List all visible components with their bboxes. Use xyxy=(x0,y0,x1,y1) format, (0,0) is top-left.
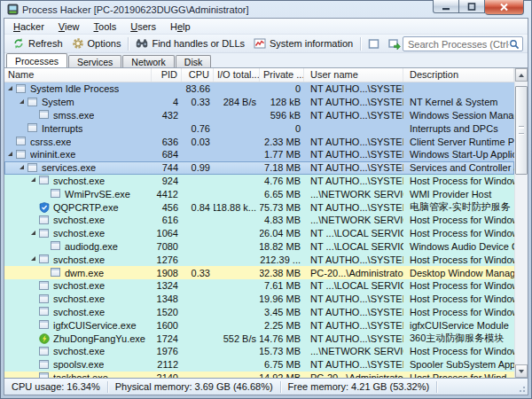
process-user-name: NT AUTHO...\SYSTEM xyxy=(304,358,403,372)
process-cpu xyxy=(182,253,214,266)
process-row-interrupts[interactable]: Interrupts0.760Interrupts and DPCs xyxy=(4,121,514,135)
process-row-wmiprvse-exe[interactable]: WmiPrvSE.exe44126.65 MB...\NETWORK SERVI… xyxy=(4,187,514,200)
process-row-wininit-exe[interactable]: wininit.exe6841.77 MBNT AUTHO...\SYSTEMW… xyxy=(4,148,514,161)
vertical-scrollbar[interactable] xyxy=(514,68,528,378)
process-row-svchost-exe[interactable]: svchost.exe197615.73 MB...\NETWORK SERVI… xyxy=(4,345,514,358)
process-row-igfxcuiservice-exe[interactable]: igfxCUIService.exe16002.25 MBNT AUTHO...… xyxy=(4,318,514,332)
process-io-total xyxy=(214,82,260,96)
toolbar-separator xyxy=(360,37,361,51)
tree-expander-icon[interactable] xyxy=(8,86,12,90)
process-user-name: NT AUTHO...\SYSTEM xyxy=(304,318,403,332)
process-name-cell: svchost.exe xyxy=(4,293,152,306)
process-row-csrss-exe[interactable]: csrss.exe6360.032.33 MBNT AUTHO...\SYSTE… xyxy=(4,135,514,148)
process-name: WmiPrvSE.exe xyxy=(65,189,130,200)
menu-hacker[interactable]: Hacker xyxy=(6,20,51,34)
process-name: System xyxy=(42,97,74,107)
find-handles-or-dlls-button[interactable]: Find handles or DLLs xyxy=(131,36,249,51)
process-row-svchost-exe[interactable]: svchost.exe13247.61 MBNT ...\LOCAL SERVI… xyxy=(4,279,514,293)
column-header-description[interactable]: Description xyxy=(403,68,514,82)
tab-network[interactable]: Network xyxy=(122,55,175,67)
status-cpu-usage: CPU usage: 16.34% xyxy=(4,381,108,393)
tree-expander-icon[interactable] xyxy=(31,256,35,261)
column-header-name[interactable]: Name xyxy=(4,68,152,82)
process-row-audiodg-exe[interactable]: audiodg.exe708018.82 MBNT ...\LOCAL SERV… xyxy=(4,240,514,254)
process-pid xyxy=(152,121,182,135)
resize-grip[interactable] xyxy=(516,383,527,394)
minimize-button[interactable] xyxy=(433,0,459,13)
options-button[interactable]: Options xyxy=(67,36,126,51)
process-cpu xyxy=(182,109,214,122)
search-input[interactable] xyxy=(408,39,509,50)
application-icon xyxy=(27,123,38,133)
process-row-system-idle-process[interactable]: System Idle Process83.660NT AUTHO...\SYS… xyxy=(4,82,514,96)
process-cpu xyxy=(182,214,214,227)
menu-help[interactable]: Help xyxy=(163,20,198,34)
arrow-up-icon xyxy=(519,74,524,77)
process-name-cell: audiodg.exe xyxy=(4,240,152,254)
column-header-cpu[interactable]: CPU xyxy=(182,68,214,82)
process-description: Host Process for Windows ... xyxy=(403,306,514,319)
window-arrow-icon xyxy=(388,38,401,50)
process-user-name: NT ...\LOCAL SERVICE xyxy=(304,279,403,293)
window-button[interactable] xyxy=(364,37,384,51)
process-description: Client Server Runtime Proc... xyxy=(403,135,514,148)
menu-users[interactable]: Users xyxy=(123,20,163,34)
process-row-smss-exe[interactable]: smss.exe432596 kBNT AUTHO...\SYSTEMWindo… xyxy=(4,109,514,122)
process-name-cell: svchost.exe xyxy=(4,306,152,319)
process-description: WMI Provider Host xyxy=(403,187,514,200)
process-row-qqpcrtp-exe[interactable]: QQPCRTP.exe4560.84118.88 k...75.73 MBNT … xyxy=(4,200,514,214)
column-header-i-o-total[interactable]: I/O total... xyxy=(214,68,260,82)
system-information-button[interactable]: System information xyxy=(249,36,357,51)
process-row-taskhost-exe[interactable]: taskhost.exe214014.92 MBPC-20...\Adminis… xyxy=(4,372,514,378)
application-icon xyxy=(39,215,50,225)
process-name-cell: csrss.exe xyxy=(4,135,152,148)
title-bar[interactable]: Process Hacker [PC-20190623DUGG\Administ… xyxy=(4,1,528,18)
process-user-name: PC-20...\Administrator xyxy=(304,372,403,378)
process-user-name: NT AUTHO...\SYSTEM xyxy=(304,175,403,188)
process-user-name: NT AUTHO...\SYSTEM xyxy=(304,109,403,122)
process-row-svchost-exe[interactable]: svchost.exe9244.76 MBNT AUTHO...\SYSTEMH… xyxy=(4,175,514,188)
process-row-spoolsv-exe[interactable]: spoolsv.exe21126.75 MBNT AUTHO...\SYSTEM… xyxy=(4,358,514,372)
maximize-button[interactable] xyxy=(459,0,485,13)
application-icon xyxy=(39,294,50,304)
process-io-total xyxy=(214,187,260,200)
tab-disk[interactable]: Disk xyxy=(176,55,211,67)
process-name: svchost.exe xyxy=(53,346,105,356)
tree-expander-icon[interactable] xyxy=(31,231,35,235)
process-row-svchost-exe[interactable]: svchost.exe6164.83 MB...\NETWORK SERVICE… xyxy=(4,214,514,227)
process-row-svchost-exe[interactable]: svchost.exe15203.45 MBNT AUTHO...\SYSTEM… xyxy=(4,306,514,319)
column-header-pid[interactable]: PID xyxy=(152,68,182,82)
menu-tools[interactable]: Tools xyxy=(87,20,124,34)
process-io-total xyxy=(214,109,260,122)
process-row-zhudongfangyu-exe[interactable]: ZhuDongFangYu.exe1724552 B/s14.76 MBNT A… xyxy=(4,332,514,345)
scroll-up-button[interactable] xyxy=(515,68,528,82)
tab-processes[interactable]: Processes xyxy=(6,53,67,67)
process-cpu xyxy=(182,345,214,358)
process-user-name: NT AUTHO...\SYSTEM xyxy=(304,161,403,175)
tree-expander-icon[interactable] xyxy=(20,165,24,169)
column-header-private[interactable]: Private ... xyxy=(260,68,304,82)
process-cpu: 0.84 xyxy=(182,200,214,214)
refresh-button[interactable]: Refresh xyxy=(8,36,67,51)
menu-view[interactable]: View xyxy=(51,20,87,34)
tree-expander-icon[interactable] xyxy=(31,177,35,182)
close-button[interactable] xyxy=(485,0,524,15)
tree-expander-icon[interactable] xyxy=(20,99,24,104)
process-row-services-exe[interactable]: services.exe7440.997.18 MBNT AUTHO...\SY… xyxy=(4,161,514,175)
process-io-total: 118.88 k... xyxy=(214,200,260,214)
tab-bar: ProcessesServicesNetworkDisk xyxy=(4,53,528,67)
tree-expander-icon[interactable] xyxy=(8,152,12,156)
process-cpu xyxy=(182,293,214,306)
process-row-svchost-exe[interactable]: svchost.exe134819.96 MBNT AUTHO...\SYSTE… xyxy=(4,293,514,306)
process-pid: 456 xyxy=(152,200,182,214)
search-box[interactable] xyxy=(403,36,523,51)
process-row-system[interactable]: System40.33284 B/s128 kBNT AUTHO...\SYST… xyxy=(4,96,514,109)
process-private-bytes: 32.38 MB xyxy=(260,266,304,279)
tab-services[interactable]: Services xyxy=(68,55,121,67)
process-row-svchost-exe[interactable]: svchost.exe106426.04 MBNT ...\LOCAL SERV… xyxy=(4,227,514,240)
scroll-down-button[interactable] xyxy=(515,364,528,378)
process-row-dwm-exe[interactable]: dwm.exe19080.3332.38 MBPC-20...\Administ… xyxy=(4,266,514,279)
column-header-user-name[interactable]: User name xyxy=(304,68,403,82)
scrollbar-thumb[interactable] xyxy=(515,86,528,175)
process-row-svchost-exe[interactable]: svchost.exe1276212.39 ...NT AUTHO...\SYS… xyxy=(4,253,514,266)
